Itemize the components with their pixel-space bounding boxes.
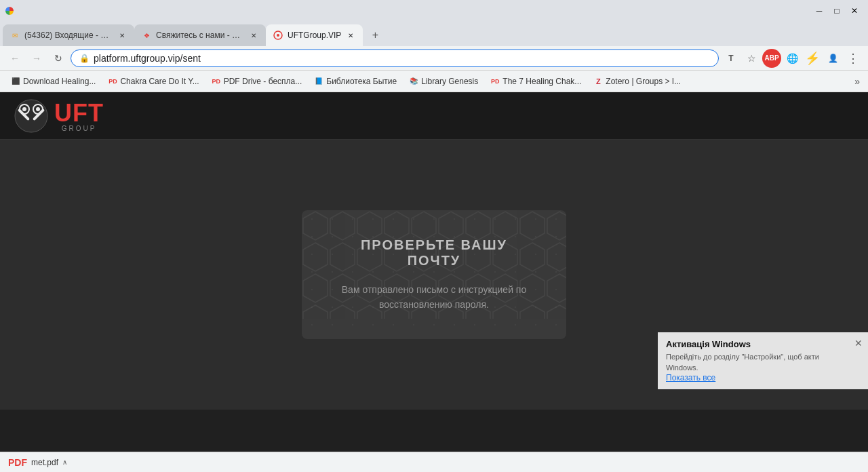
maximize-button[interactable]: □ (829, 3, 845, 19)
bookmark-button[interactable]: ☆ (742, 49, 761, 68)
activation-title: Активація Windows (666, 339, 848, 349)
svg-point-1 (277, 34, 279, 37)
tab-3-close[interactable]: ✕ (345, 30, 356, 41)
bookmarks-more-button[interactable]: » (852, 76, 863, 87)
globe-button[interactable]: 🌐 (783, 49, 802, 68)
uft-group-label: GROUP (54, 125, 104, 132)
bookmark-label-0: Download Healing... (23, 77, 96, 86)
svg-point-2 (15, 100, 47, 132)
tab-2-close[interactable]: ✕ (248, 30, 259, 41)
reload-button[interactable]: ↻ (49, 49, 68, 68)
bookmark-favicon-6: Z (593, 77, 603, 86)
download-item-met-pdf[interactable]: PDF met.pdf ∧ (8, 457, 67, 468)
activation-close-button[interactable]: ✕ (854, 338, 863, 349)
minimize-button[interactable]: ─ (811, 3, 827, 19)
adblock-button[interactable]: ABP (762, 49, 781, 68)
svg-point-4 (22, 107, 26, 111)
bookmark-biblioteka-bytie[interactable]: 📘 Библиотека Бытие (309, 73, 402, 90)
bookmark-favicon-5: PD (490, 77, 500, 86)
bookmark-label-1: Chakra Care Do It Y... (120, 77, 199, 86)
pdf-icon: PDF (8, 457, 27, 468)
site-header: UFT GROUP (0, 92, 868, 140)
check-email-card: ПРОВЕРЬТЕ ВАШУ ПОЧТУ Вам отправлено пись… (302, 210, 566, 340)
svg-point-6 (36, 107, 40, 111)
title-bar-left (5, 7, 14, 15)
bookmark-favicon-0: ⬛ (11, 77, 20, 86)
window-chrome: ─ □ ✕ ✉ (54362) Входящие - zafar1405@...… (0, 0, 868, 92)
browser-content: UFT GROUP ПРОВЕРЬТЕ ВАШУ ПОЧТУ Вам отпра… (0, 92, 868, 410)
tab-2-favicon: ❖ (141, 30, 152, 41)
bookmark-chakra-care[interactable]: PD Chakra Care Do It Y... (102, 73, 204, 90)
bookmark-library-genesis[interactable]: 📚 Library Genesis (403, 73, 484, 90)
tab-bar: ✉ (54362) Входящие - zafar1405@... ✕ ❖ С… (0, 22, 868, 46)
card-body: Вам отправлено письмо с инструкцией пово… (336, 282, 532, 313)
profile-button[interactable]: 👤 (823, 49, 842, 68)
back-button[interactable]: ← (5, 49, 24, 68)
uft-logo-text: UFT GROUP (54, 99, 104, 132)
download-bar: PDF met.pdf ∧ (0, 452, 868, 472)
bookmark-label-2: PDF Drive - бесплa... (224, 77, 302, 86)
bookmark-zotero[interactable]: Z Zotero | Groups > I... (588, 73, 686, 90)
tab-3-title: UFTGroup.VIP (288, 31, 341, 40)
tab-1[interactable]: ✉ (54362) Входящие - zafar1405@... ✕ (3, 24, 134, 46)
toolbar-right: T ☆ ABP 🌐 ⚡ 👤 ⋮ (722, 49, 863, 68)
title-bar: ─ □ ✕ (0, 0, 868, 22)
bookmark-label-4: Library Genesis (421, 77, 478, 86)
download-chevron-icon[interactable]: ∧ (62, 458, 67, 466)
uft-letters: UFT (54, 99, 104, 127)
windows-activation-popup: Активація Windows Перейдіть до розділу "… (658, 332, 868, 389)
bookmark-pdf-drive[interactable]: PD PDF Drive - бесплa... (206, 73, 308, 90)
card-title: ПРОВЕРЬТЕ ВАШУ ПОЧТУ (336, 237, 532, 269)
tab-1-title: (54362) Входящие - zafar1405@... (24, 31, 113, 40)
bookmark-label-6: Zotero | Groups > I... (606, 77, 681, 86)
uft-logo-icon (14, 98, 49, 134)
bookmarks-bar: ⬛ Download Healing... PD Chakra Care Do … (0, 71, 868, 92)
close-button[interactable]: ✕ (846, 3, 863, 19)
tab-2[interactable]: ❖ Свяжитесь с нами - UFT Group ✕ (134, 24, 266, 46)
bookmark-favicon-2: PD (212, 77, 221, 86)
tab-2-title: Свяжитесь с нами - UFT Group (156, 31, 244, 40)
address-bar: ← → ↻ 🔒 platform.uftgroup.vip/sent T ☆ A… (0, 46, 868, 71)
bookmark-favicon-4: 📚 (409, 77, 418, 86)
forward-button[interactable]: → (27, 49, 46, 68)
bookmark-favicon-1: PD (108, 77, 117, 86)
uft-brand-name: UFT (54, 99, 104, 127)
extensions-button[interactable]: ⚡ (803, 49, 822, 68)
tab-1-favicon: ✉ (9, 30, 20, 41)
download-filename: met.pdf (31, 458, 58, 467)
tab-3-favicon (273, 30, 283, 41)
tab-1-close[interactable]: ✕ (117, 30, 127, 41)
lock-icon: 🔒 (79, 54, 90, 63)
new-tab-button[interactable]: + (366, 26, 384, 45)
bookmark-7-healing[interactable]: PD The 7 Healing Chak... (485, 73, 587, 90)
bookmark-download-healing[interactable]: ⬛ Download Healing... (5, 73, 101, 90)
activation-text: Перейдіть до розділу "Настройки", щоб ак… (666, 352, 848, 373)
bookmark-label-5: The 7 Healing Chak... (502, 77, 581, 86)
translate-button[interactable]: T (722, 49, 741, 68)
show-all-link[interactable]: Показать все (666, 373, 715, 382)
url-text: platform.uftgroup.vip/sent (94, 53, 201, 64)
bookmark-label-3: Библиотека Бытие (326, 77, 397, 86)
tab-3[interactable]: UFTGroup.VIP ✕ (266, 24, 363, 46)
address-input[interactable]: 🔒 platform.uftgroup.vip/sent (71, 50, 719, 67)
uft-logo: UFT GROUP (14, 98, 104, 134)
menu-button[interactable]: ⋮ (844, 49, 863, 68)
bookmark-favicon-3: 📘 (314, 77, 323, 86)
